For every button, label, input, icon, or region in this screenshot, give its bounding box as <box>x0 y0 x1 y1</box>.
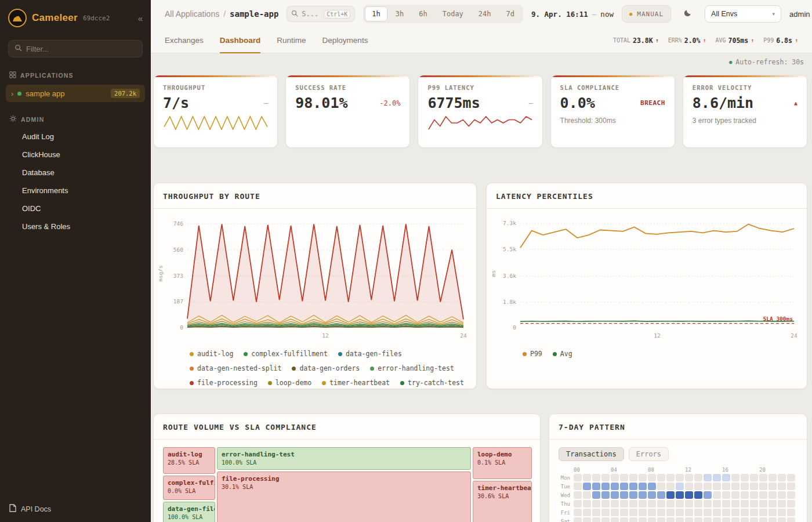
seven-day-pattern-panel: 7-DAY PATTERN TransactionsErrors 0004081… <box>549 414 807 522</box>
logo-row: Cameleer 69dcce2 « <box>0 0 151 33</box>
heatmap-cell <box>694 517 702 522</box>
treemap-node-timer-heartbeat[interactable]: timer-heartbeat30.6% SLA <box>473 481 532 522</box>
heatmap-cell <box>657 483 665 490</box>
heatmap-cell <box>704 509 712 516</box>
dark-mode-toggle[interactable] <box>679 5 697 23</box>
heatmap-cell <box>759 500 767 507</box>
heatmap-cell <box>592 474 600 481</box>
time-range-today[interactable]: Today <box>436 6 470 21</box>
kpi-card-success-rate: SUCCESS RATE 98.01% -2.0% <box>285 75 410 148</box>
heatmap-cell <box>574 509 582 516</box>
sidebar-filter-input[interactable]: Filter... <box>8 40 143 57</box>
heatmap-cell <box>750 509 758 516</box>
breadcrumb-all-applications[interactable]: All Applications <box>165 9 219 19</box>
heatmap-cell <box>722 491 730 499</box>
treemap-node-loop-demo[interactable]: loop-demo0.1% SLA <box>473 447 532 479</box>
chevron-right-icon: › <box>11 89 13 98</box>
kpi-card-sla-compliance: SLA COMPLIANCE 0.0% BREACH Threshold: 30… <box>550 75 675 148</box>
heatmap-cell <box>759 509 767 516</box>
heatmap-cell <box>648 500 656 507</box>
main-area: All Applications / sample-app S... Ctrl+… <box>151 0 812 522</box>
svg-text:msg/s: msg/s <box>157 265 164 282</box>
tab-dashboard[interactable]: Dashboard <box>220 28 261 53</box>
legend-timer-heartbeat: timer-heartbeat <box>322 379 390 387</box>
heatmap-cell <box>694 474 702 481</box>
applications-section-label: APPLICATIONS <box>20 72 74 79</box>
time-range-3h[interactable]: 3h <box>389 6 411 21</box>
panel-title: ROUTE VOLUME VS SLA COMPLIANCE <box>154 414 540 440</box>
heatmap-cell <box>574 517 582 522</box>
svg-text:187: 187 <box>173 298 183 304</box>
svg-text:560: 560 <box>173 246 183 253</box>
search-placeholder: S... <box>302 10 320 18</box>
treemap-node-audit-log[interactable]: audit-log28.5% SLA <box>163 447 215 474</box>
sidebar-collapse-button[interactable]: « <box>138 13 143 23</box>
heatmap-cell <box>620 491 628 499</box>
treemap-node-data-gen-files[interactable]: data-gen-files100.0% SLA <box>163 502 215 522</box>
tab-deployments[interactable]: Deployments <box>322 28 368 53</box>
heatmap-cell <box>704 483 712 490</box>
heatmap-cell <box>778 509 786 516</box>
sidebar-item-users-roles[interactable]: Users & Roles <box>0 217 151 235</box>
sidebar-item-database[interactable]: Database <box>0 164 151 182</box>
heatmap-cell <box>722 500 730 507</box>
heatmap-cell <box>685 509 693 516</box>
legend-data-gen-files: data-gen-files <box>338 350 402 358</box>
environment-select[interactable]: All Envs ▾ <box>705 5 781 23</box>
heatmap-cell <box>629 500 637 507</box>
heatmap-cell <box>685 474 693 481</box>
sidebar-item-audit-log[interactable]: Audit Log <box>0 128 151 146</box>
sidebar-item-oidc[interactable]: OIDC <box>0 200 151 217</box>
heatmap-cell <box>722 474 730 481</box>
kpi-value: 7/s <box>163 95 189 111</box>
status-dot <box>17 92 21 96</box>
date-range-start: 9. Apr. 16:11 <box>531 10 588 19</box>
heatmap-cell <box>620 483 628 490</box>
toggle-transactions[interactable]: Transactions <box>559 447 624 461</box>
heatmap-cell <box>685 491 693 499</box>
heatmap-cell <box>722 517 730 522</box>
treemap-node-file-processing[interactable]: file-processing30.1% SLA <box>217 472 471 522</box>
kpi-label: SUCCESS RATE <box>295 84 400 91</box>
time-range-1h[interactable]: 1h <box>365 6 387 21</box>
heatmap-cell <box>574 491 582 499</box>
latency-chart: 01.8k3.6k5.5k7.3k1224msSLA 300ms <box>489 212 803 343</box>
sidebar-item-clickhouse[interactable]: ClickHouse <box>0 146 151 164</box>
heatmap-cell <box>574 483 582 490</box>
tab-exchanges[interactable]: Exchanges <box>165 28 204 53</box>
admin-items: Audit LogClickHouseDatabaseEnvironmentsO… <box>0 128 151 235</box>
legend-avg: Avg <box>553 350 572 358</box>
heatmap-cell <box>731 483 740 490</box>
time-range-7d[interactable]: 7d <box>499 6 521 21</box>
heatmap-cell <box>750 483 758 490</box>
throughput-sparkline <box>163 114 269 131</box>
heatmap-cell <box>778 500 786 507</box>
sidebar-item-environments[interactable]: Environments <box>0 182 151 200</box>
heatmap-cell <box>657 517 665 522</box>
search-icon <box>291 9 298 19</box>
api-docs-link[interactable]: API Docs <box>9 504 51 514</box>
toggle-errors[interactable]: Errors <box>629 447 669 461</box>
heatmap-cell <box>601 474 610 481</box>
user-menu[interactable]: admin <box>789 10 810 19</box>
heatmap-cell <box>787 491 795 499</box>
time-range-6h[interactable]: 6h <box>412 6 434 21</box>
legend-loop-demo: loop-demo <box>268 379 311 387</box>
manual-refresh-button[interactable]: ● MANUAL <box>622 5 671 23</box>
tab-runtime[interactable]: Runtime <box>277 28 306 53</box>
pattern-toggle-group: TransactionsErrors <box>559 447 798 461</box>
heatmap-cell <box>620 474 628 481</box>
auto-refresh-dot: ● <box>729 59 732 65</box>
heatmap-cell <box>694 509 702 516</box>
heatmap-cell <box>620 517 628 522</box>
heatmap-cell <box>676 509 684 516</box>
legend-error-handling-test: error-handling-test <box>370 364 454 372</box>
search-input[interactable]: S... Ctrl+K <box>287 6 355 22</box>
throughput-chart: 01873735607461224msg/s <box>156 212 473 343</box>
sidebar-item-sample-app[interactable]: › sample app 207.2k <box>6 85 145 102</box>
time-range-24h[interactable]: 24h <box>472 6 498 21</box>
treemap-node-complex-fulfil[interactable]: complex-fulfil...0.0% SLA <box>163 476 215 500</box>
heatmap-cell <box>611 483 619 490</box>
date-range[interactable]: 9. Apr. 16:11 — now <box>531 10 614 19</box>
treemap-node-error-handling-test[interactable]: error-handling-test100.0% SLA <box>217 447 471 470</box>
